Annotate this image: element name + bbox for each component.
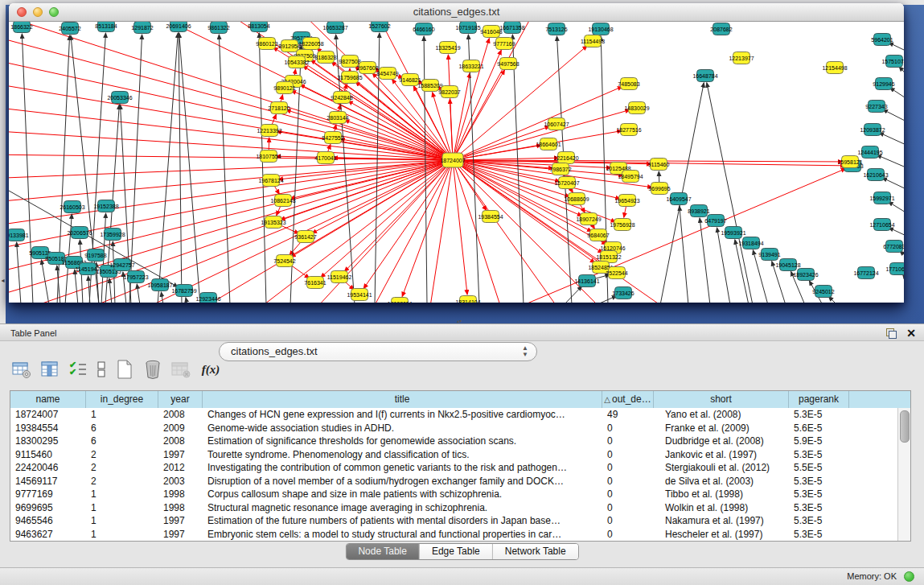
column-header-title[interactable]: title bbox=[203, 391, 602, 408]
delete-column-icon[interactable] bbox=[142, 359, 163, 380]
table-panel-header[interactable]: Table Panel ✕ bbox=[0, 323, 924, 341]
graph-edge[interactable] bbox=[9, 160, 453, 203]
function-builder-icon[interactable]: f(x) bbox=[199, 359, 223, 380]
cell-in_degree[interactable]: 1 bbox=[86, 488, 158, 501]
memory-ok-indicator[interactable] bbox=[904, 571, 914, 582]
cell-short[interactable]: Hescheler et al. (1997) bbox=[654, 528, 789, 542]
cell-title[interactable]: Estimation of the future numbers of pati… bbox=[203, 514, 602, 528]
graph-edge[interactable] bbox=[453, 126, 550, 160]
float-window-icon[interactable] bbox=[886, 328, 897, 339]
graph-edge[interactable] bbox=[158, 33, 178, 303]
graph-edge[interactable] bbox=[680, 206, 688, 303]
graph-edge[interactable] bbox=[883, 109, 904, 123]
cell-name[interactable]: 9465546 bbox=[10, 514, 86, 528]
graph-edge[interactable] bbox=[161, 292, 163, 303]
graph-edge[interactable] bbox=[903, 274, 904, 283]
close-panel-icon[interactable]: ✕ bbox=[906, 328, 916, 339]
graph-edge[interactable] bbox=[300, 84, 453, 160]
graph-edge[interactable] bbox=[219, 35, 230, 303]
cell-short[interactable]: de Silva et al. (2003) bbox=[654, 475, 789, 488]
cell-pagerank[interactable]: 5.6E-5 bbox=[789, 422, 849, 435]
graph-edge[interactable] bbox=[596, 296, 617, 303]
graph-edge[interactable] bbox=[882, 178, 904, 191]
cell-pagerank[interactable]: 5.3E-5 bbox=[789, 514, 849, 528]
column-header-in_degree[interactable]: in_degree bbox=[86, 391, 158, 408]
table-row[interactable]: 1456911722003Disruption of a novel membe… bbox=[10, 475, 898, 488]
graph-edge[interactable] bbox=[448, 55, 453, 160]
graph-edge[interactable] bbox=[9, 22, 453, 160]
cell-out_degree[interactable]: 0 bbox=[602, 422, 654, 435]
network-view-window[interactable]: citations_edges.txt 18663222405572851318… bbox=[9, 3, 904, 303]
graph-edge[interactable] bbox=[877, 155, 904, 169]
column-header-year[interactable]: year bbox=[158, 391, 203, 408]
cell-pagerank[interactable]: 5.3E-5 bbox=[789, 528, 849, 542]
cell-year[interactable]: 2003 bbox=[158, 475, 203, 488]
graph-edge[interactable] bbox=[707, 83, 753, 303]
cell-title[interactable]: Estimation of significance thresholds fo… bbox=[203, 435, 602, 448]
node-table[interactable]: namein_degreeyeartitle△out_de…shortpager… bbox=[10, 390, 911, 542]
cell-name[interactable]: 19384554 bbox=[10, 422, 86, 435]
cell-pagerank[interactable]: 5.3E-5 bbox=[789, 448, 849, 462]
cell-year[interactable]: 1998 bbox=[158, 488, 203, 501]
network-graph[interactable]: 1866322240557285131841291872206914069861… bbox=[9, 22, 904, 303]
cell-out_degree[interactable]: 0 bbox=[602, 435, 654, 448]
pane-collapse-arrow-icon[interactable]: ◂ bbox=[0, 277, 6, 285]
cell-short[interactable]: Franke et al. (2009) bbox=[654, 422, 789, 435]
cell-in_degree[interactable]: 2 bbox=[86, 448, 158, 462]
cell-year[interactable]: 2008 bbox=[158, 408, 203, 422]
cell-in_degree[interactable]: 6 bbox=[86, 422, 158, 435]
cell-year[interactable]: 2012 bbox=[158, 461, 203, 475]
tab-edge-table[interactable]: Edge Table bbox=[420, 544, 493, 559]
cell-out_degree[interactable]: 49 bbox=[602, 408, 654, 422]
graph-edge[interactable] bbox=[899, 67, 904, 78]
cell-pagerank[interactable]: 5.9E-5 bbox=[789, 435, 849, 448]
cell-out_degree[interactable]: 0 bbox=[602, 501, 654, 515]
table-row[interactable]: 946554611997Estimation of the future num… bbox=[10, 514, 898, 528]
graph-edge[interactable] bbox=[889, 202, 904, 215]
table-row[interactable]: 946362711997Embryonic stem cells: a mode… bbox=[10, 528, 898, 542]
table-row[interactable]: 969969511998Structural magnetic resonanc… bbox=[10, 501, 898, 515]
cell-title[interactable]: Tourette syndrome. Phenomenology and cla… bbox=[203, 448, 602, 462]
cell-name[interactable]: 18300295 bbox=[10, 435, 86, 448]
graph-edge[interactable] bbox=[179, 33, 200, 303]
cell-short[interactable]: Dudbridge et al. (2008) bbox=[654, 435, 789, 448]
cell-title[interactable]: Investigating the contribution of common… bbox=[203, 461, 602, 475]
graph-edge[interactable] bbox=[453, 160, 507, 303]
cell-pagerank[interactable]: 5.3E-5 bbox=[789, 408, 849, 422]
cell-in_degree[interactable]: 1 bbox=[86, 501, 158, 515]
graph-edge[interactable] bbox=[9, 82, 453, 160]
column-header-pagerank[interactable]: pagerank bbox=[789, 391, 849, 408]
cell-out_degree[interactable]: 0 bbox=[602, 488, 654, 501]
graph-edge[interactable] bbox=[9, 160, 453, 227]
tab-network-table[interactable]: Network Table bbox=[493, 544, 578, 559]
graph-edge[interactable] bbox=[889, 43, 904, 50]
cell-short[interactable]: Tibbo et al. (1998) bbox=[654, 488, 789, 501]
graph-edge[interactable] bbox=[9, 154, 453, 160]
cell-in_degree[interactable]: 1 bbox=[86, 514, 158, 528]
graph-edge[interactable] bbox=[879, 133, 904, 146]
cell-out_degree[interactable]: 0 bbox=[602, 475, 654, 488]
table-selector-dropdown[interactable]: citations_edges.txt ▲▼ bbox=[219, 342, 537, 361]
column-header-out_degree[interactable]: △out_de… bbox=[602, 391, 654, 408]
graph-edge[interactable] bbox=[278, 160, 453, 179]
close-window-button[interactable] bbox=[17, 7, 27, 17]
cell-in_degree[interactable]: 1 bbox=[86, 528, 158, 542]
select-columns-icon[interactable]: ✔✔ bbox=[68, 359, 88, 380]
graph-edge[interactable] bbox=[179, 33, 182, 303]
graph-edge[interactable] bbox=[286, 110, 453, 160]
cell-year[interactable]: 2009 bbox=[158, 422, 203, 435]
table-settings-icon[interactable] bbox=[11, 359, 32, 380]
cell-short[interactable]: Yano et al. (2008) bbox=[654, 408, 789, 422]
cell-name[interactable]: 9463627 bbox=[10, 528, 86, 542]
cell-year[interactable]: 1997 bbox=[158, 448, 203, 462]
show-columns-icon[interactable] bbox=[39, 359, 60, 380]
cell-out_degree[interactable]: 0 bbox=[602, 448, 654, 462]
table-row[interactable]: 2242004622012Investigating the contribut… bbox=[10, 461, 898, 475]
cell-in_degree[interactable]: 2 bbox=[86, 461, 158, 475]
graph-edge[interactable] bbox=[890, 88, 904, 101]
cell-name[interactable]: 18724007 bbox=[10, 408, 86, 422]
cell-short[interactable]: Stergiakouli et al. (2012) bbox=[654, 461, 789, 475]
cell-in_degree[interactable]: 6 bbox=[86, 435, 158, 448]
table-vertical-scrollbar[interactable] bbox=[897, 408, 910, 541]
cell-title[interactable]: Disruption of a novel member of a sodium… bbox=[203, 475, 602, 488]
